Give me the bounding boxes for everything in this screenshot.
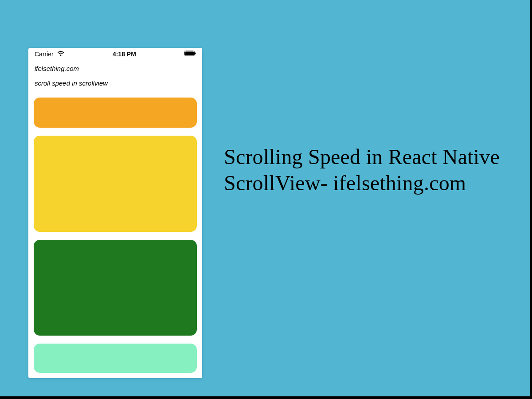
phone-mockup: Carrier 4:18 PM <box>28 48 202 378</box>
page-title: Scrolling Speed in React Native ScrollVi… <box>224 144 521 196</box>
status-time: 4:18 PM <box>113 51 136 58</box>
status-bar: Carrier 4:18 PM <box>28 48 202 59</box>
svg-rect-1 <box>185 52 194 55</box>
list-item <box>34 240 197 336</box>
svg-rect-2 <box>195 53 196 55</box>
list-item <box>34 98 197 128</box>
wifi-icon <box>57 51 64 58</box>
carrier-label: Carrier <box>35 51 54 58</box>
status-left: Carrier <box>35 51 64 58</box>
list-item <box>34 136 197 232</box>
app-header: ifelsething.com scroll speed in scrollvi… <box>28 59 202 91</box>
scrollview[interactable] <box>28 92 202 378</box>
promo-canvas: Carrier 4:18 PM <box>0 0 530 396</box>
list-item <box>34 344 197 373</box>
status-right <box>184 51 196 58</box>
battery-icon <box>184 51 196 58</box>
app-title: ifelsething.com <box>35 65 196 72</box>
app-subtitle: scroll speed in scrollview <box>35 79 196 87</box>
